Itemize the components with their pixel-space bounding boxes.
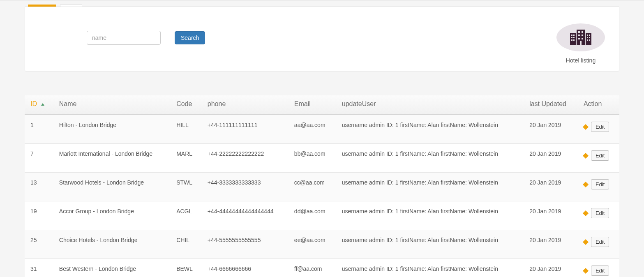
col-name[interactable]: Name: [53, 95, 171, 115]
edit-marker-icon: [583, 268, 589, 273]
cell-code: STWL: [171, 173, 202, 201]
svg-rect-6: [573, 37, 575, 38]
cell-name: Best Western - London Bridge: [53, 259, 171, 277]
table-row: 13Starwood Hotels - London BridgeSTWL+44…: [25, 173, 619, 201]
edit-marker-icon: [583, 239, 589, 245]
edit-button[interactable]: Edit: [591, 208, 609, 218]
cell-email: dd@aa.com: [289, 201, 336, 230]
svg-rect-19: [589, 37, 590, 38]
col-action: Action: [578, 95, 619, 115]
search-row: Search: [87, 23, 205, 45]
col-phone[interactable]: phone: [202, 95, 289, 115]
tab-active[interactable]: [28, 5, 56, 7]
tab-inactive[interactable]: [60, 5, 82, 7]
cell-updateuser: username admin ID: 1 firstName: Alan fir…: [336, 115, 524, 144]
cell-id: 25: [25, 230, 53, 259]
cell-email: aa@aa.com: [289, 115, 336, 144]
col-lastupdated[interactable]: last Updated: [524, 95, 578, 115]
cell-name: Choice Hotels - London Bridge: [53, 230, 171, 259]
edit-button[interactable]: Edit: [591, 150, 609, 161]
cell-lastupdated: 20 Jan 2019: [524, 115, 578, 144]
cell-id: 31: [25, 259, 53, 277]
table-row: 1Hilton - London BridgeHILL+44-111111111…: [25, 115, 619, 144]
buildings-icon: [568, 27, 594, 48]
search-panel: Search: [25, 7, 619, 72]
edit-button[interactable]: Edit: [591, 265, 609, 276]
cell-phone: +44-5555555555555: [202, 230, 289, 259]
cell-phone: +44-111111111111: [202, 115, 289, 144]
cell-code: ACGL: [171, 201, 202, 230]
svg-rect-14: [582, 38, 583, 39]
svg-rect-2: [586, 33, 591, 45]
cell-lastupdated: 20 Jan 2019: [524, 230, 578, 259]
cell-name: Starwood Hotels - London Bridge: [53, 173, 171, 201]
cell-id: 7: [25, 144, 53, 173]
cell-action: Edit: [578, 230, 619, 259]
svg-rect-21: [589, 39, 590, 41]
logo-block: Hotel listing: [556, 23, 609, 64]
cell-lastupdated: 20 Jan 2019: [524, 201, 578, 230]
svg-rect-13: [578, 38, 580, 39]
cell-lastupdated: 20 Jan 2019: [524, 144, 578, 173]
edit-marker-icon: [583, 152, 589, 158]
svg-rect-11: [578, 35, 580, 36]
svg-rect-16: [587, 35, 588, 36]
cell-code: MARL: [171, 144, 202, 173]
cell-name: Mariott International - London Bridge: [53, 144, 171, 173]
col-updateuser[interactable]: updateUser: [336, 95, 524, 115]
logo-caption: Hotel listing: [556, 57, 605, 64]
cell-phone: +44-44444444444444444: [202, 201, 289, 230]
cell-action: Edit: [578, 173, 619, 201]
cell-action: Edit: [578, 259, 619, 277]
cell-email: ee@aa.com: [289, 230, 336, 259]
cell-id: 19: [25, 201, 53, 230]
cell-code: HILL: [171, 115, 202, 144]
edit-marker-icon: [583, 124, 589, 129]
cell-updateuser: username admin ID: 1 firstName: Alan fir…: [336, 230, 524, 259]
tab-strip: [25, 0, 619, 7]
col-code[interactable]: Code: [171, 95, 202, 115]
svg-rect-15: [580, 41, 582, 45]
sort-asc-icon: [41, 103, 44, 106]
cell-name: Hilton - London Bridge: [53, 115, 171, 144]
col-id-label: ID: [30, 100, 37, 107]
table-row: 7Mariott International - London BridgeMA…: [25, 144, 619, 173]
svg-rect-17: [589, 35, 590, 36]
cell-updateuser: username admin ID: 1 firstName: Alan fir…: [336, 201, 524, 230]
cell-action: Edit: [578, 144, 619, 173]
cell-code: CHIL: [171, 230, 202, 259]
cell-action: Edit: [578, 115, 619, 144]
edit-button[interactable]: Edit: [591, 237, 609, 247]
table-row: 25Choice Hotels - London BridgeCHIL+44-5…: [25, 230, 619, 259]
cell-name: Accor Group - London Bridge: [53, 201, 171, 230]
svg-rect-18: [587, 37, 588, 38]
table-header-row: ID Name Code phone Email updateUser last…: [25, 95, 619, 115]
table-row: 19Accor Group - London BridgeACGL+44-444…: [25, 201, 619, 230]
col-email[interactable]: Email: [289, 95, 336, 115]
svg-rect-7: [571, 39, 572, 41]
svg-rect-4: [573, 35, 575, 36]
cell-id: 1: [25, 115, 53, 144]
cell-email: bb@aa.com: [289, 144, 336, 173]
cell-email: ff@aa.com: [289, 259, 336, 277]
edit-button[interactable]: Edit: [591, 122, 609, 132]
cell-phone: +44-22222222222222: [202, 144, 289, 173]
cell-id: 13: [25, 173, 53, 201]
edit-button[interactable]: Edit: [591, 179, 609, 189]
hotel-logo: [556, 23, 605, 51]
cell-phone: +44-3333333333333: [202, 173, 289, 201]
cell-updateuser: username admin ID: 1 firstName: Alan fir…: [336, 144, 524, 173]
cell-action: Edit: [578, 201, 619, 230]
svg-rect-0: [570, 33, 576, 45]
col-id[interactable]: ID: [25, 95, 53, 115]
cell-updateuser: username admin ID: 1 firstName: Alan fir…: [336, 173, 524, 201]
cell-email: cc@aa.com: [289, 173, 336, 201]
edit-marker-icon: [583, 210, 589, 216]
search-button[interactable]: Search: [175, 31, 205, 44]
cell-phone: +44-6666666666: [202, 259, 289, 277]
search-input[interactable]: [87, 31, 161, 45]
svg-rect-8: [573, 39, 575, 41]
svg-rect-9: [578, 31, 580, 33]
svg-rect-5: [571, 37, 572, 38]
cell-updateuser: username admin ID: 1 firstName: Alan fir…: [336, 259, 524, 277]
